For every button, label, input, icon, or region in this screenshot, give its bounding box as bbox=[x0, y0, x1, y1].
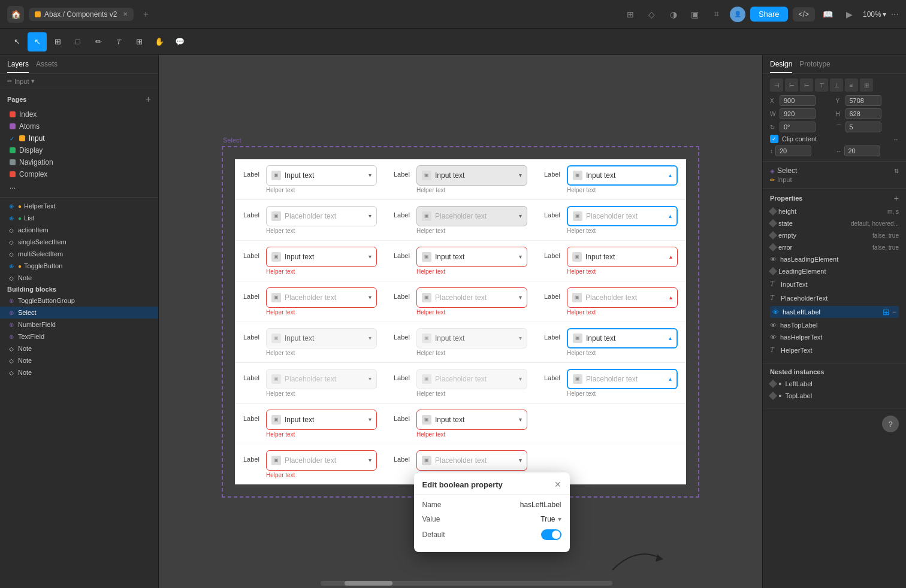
input-field-error[interactable]: ▣ Input text ▾ bbox=[266, 410, 377, 430]
present-icon[interactable]: ⊞ bbox=[622, 6, 639, 23]
input-field-error[interactable]: ▣ Placeholder text ▴ bbox=[567, 287, 678, 308]
eye-icon[interactable]: 👁 bbox=[770, 256, 777, 263]
prototype-tab[interactable]: Prototype bbox=[799, 60, 830, 73]
distribute-h-button[interactable]: ⊞ bbox=[860, 78, 873, 92]
input-field[interactable]: ▣ Input text ▾ bbox=[266, 165, 377, 186]
layer-actionitem[interactable]: ◇ actionItem bbox=[0, 224, 158, 236]
page-item-complex[interactable]: Complex bbox=[7, 168, 151, 180]
play-button[interactable]: ▶ bbox=[841, 6, 858, 23]
page-item-navigation[interactable]: Navigation bbox=[7, 156, 151, 168]
input-field-focused[interactable]: ▣ Input text ▴ bbox=[567, 165, 678, 186]
input-field-error[interactable]: ▣ Input text ▴ bbox=[567, 247, 678, 267]
layer-multiselectitem[interactable]: ◇ multiSelectItem bbox=[0, 248, 158, 260]
book-icon[interactable]: 📖 bbox=[820, 6, 836, 23]
pen-tool[interactable]: ✏ bbox=[89, 32, 108, 51]
modal-close-button[interactable]: ✕ bbox=[554, 480, 561, 489]
page-item-input[interactable]: ✓ Input bbox=[7, 132, 151, 144]
remove-property-button[interactable]: − bbox=[892, 308, 896, 316]
page-item-more[interactable]: ... bbox=[7, 180, 151, 192]
share-button[interactable]: Share bbox=[750, 7, 788, 22]
corner-input[interactable]: 5 bbox=[845, 122, 881, 132]
home-button[interactable]: 🏠 bbox=[7, 6, 24, 23]
align-top-button[interactable]: ⊤ bbox=[815, 78, 828, 92]
layer-list[interactable]: ⊕ ● List bbox=[0, 212, 158, 224]
contrast-icon[interactable]: ◑ bbox=[665, 6, 682, 23]
add-page-button[interactable]: + bbox=[146, 94, 151, 105]
align-right-button[interactable]: ⊢ bbox=[800, 78, 813, 92]
align-center-h-button[interactable]: ⊢ bbox=[785, 78, 798, 92]
h-input[interactable]: 628 bbox=[845, 108, 881, 119]
frame-tool[interactable]: ⊞ bbox=[48, 32, 67, 51]
input-field[interactable]: ▣ Input text ▾ bbox=[416, 165, 527, 186]
page-item-display[interactable]: Display bbox=[7, 144, 151, 156]
layer-togglebutton[interactable]: ⊕ ● ToggleButton bbox=[0, 260, 158, 272]
layer-togglebuttongroup[interactable]: ⊕ ToggleButtonGroup bbox=[0, 295, 158, 307]
design-tab[interactable]: Design bbox=[770, 60, 792, 73]
layer-numberfield[interactable]: ⊕ NumberField bbox=[0, 319, 158, 331]
input-field-focused[interactable]: ▣ Input text ▴ bbox=[567, 328, 678, 348]
page-item-index[interactable]: Index bbox=[7, 108, 151, 120]
move-tool[interactable]: ↖ bbox=[7, 32, 26, 51]
input-row: Label ▣ Input text ▴ Helper text bbox=[536, 159, 686, 199]
active-tab[interactable]: Abax / Components v2 ✕ bbox=[29, 8, 134, 21]
layer-helpertext[interactable]: ⊕ ● HelperText bbox=[0, 200, 158, 212]
input-field-focused[interactable]: ▣ Placeholder text ▴ bbox=[567, 369, 678, 389]
tab-close-button[interactable]: ✕ bbox=[123, 11, 128, 17]
input-field[interactable]: ▣ Placeholder text ▾ bbox=[416, 206, 527, 226]
layer-note2[interactable]: ◇ Note bbox=[0, 343, 158, 354]
input-field-error[interactable]: ▣ Input text ▾ bbox=[416, 410, 527, 430]
layers-tab[interactable]: Layers bbox=[7, 60, 29, 73]
input-field[interactable]: ▣ Placeholder text ▾ bbox=[266, 206, 377, 226]
x-input[interactable]: 900 bbox=[780, 95, 816, 106]
layer-singleselectitem[interactable]: ◇ singleSelectItem bbox=[0, 236, 158, 248]
canvas[interactable]: Select Label ▣ Input text bbox=[159, 55, 762, 588]
padding-v-input[interactable]: 20 bbox=[844, 146, 880, 156]
input-field-error[interactable]: ▣ Input text ▾ bbox=[416, 247, 527, 267]
canvas-scrollbar[interactable] bbox=[321, 581, 612, 586]
device-icon[interactable]: ⌗ bbox=[708, 6, 725, 23]
shape-tool[interactable]: □ bbox=[68, 32, 87, 51]
padding-h-input[interactable]: 20 bbox=[775, 146, 811, 156]
align-center-v-button[interactable]: ⊥ bbox=[830, 78, 843, 92]
input-field-error[interactable]: ▣ Placeholder text ▾ bbox=[416, 450, 527, 471]
input-field-error[interactable]: ▣ Input text ▾ bbox=[266, 247, 377, 267]
page-item-atoms[interactable]: Atoms bbox=[7, 120, 151, 132]
diamond-icon[interactable]: ◇ bbox=[644, 6, 660, 23]
more-button[interactable]: ··· bbox=[891, 9, 899, 20]
layer-textfield[interactable]: ⊕ TextField bbox=[0, 331, 158, 343]
hand-tool[interactable]: ✋ bbox=[150, 32, 169, 51]
align-bottom-button[interactable]: ≡ bbox=[845, 78, 858, 92]
text-tool[interactable]: T bbox=[109, 32, 128, 51]
help-button[interactable]: ? bbox=[882, 416, 899, 432]
layer-note4[interactable]: ◇ Note bbox=[0, 366, 158, 378]
code-button[interactable]: </> bbox=[793, 7, 815, 22]
eye-icon[interactable]: 👁 bbox=[770, 322, 777, 329]
rotation-input[interactable]: 0° bbox=[780, 122, 816, 132]
layer-select[interactable]: ⊕ Select bbox=[0, 307, 158, 319]
prop-hasleftlabel[interactable]: 👁 hasLeftLabel ⊞ − bbox=[770, 306, 899, 318]
align-left-button[interactable]: ⊣ bbox=[770, 78, 783, 92]
canvas-scrollbar-thumb[interactable] bbox=[345, 581, 392, 586]
color-icon[interactable]: ▣ bbox=[687, 6, 703, 23]
default-toggle[interactable] bbox=[541, 529, 561, 540]
layer-note[interactable]: ◇ Note bbox=[0, 272, 158, 284]
input-field-focused[interactable]: ▣ Placeholder text ▴ bbox=[567, 206, 678, 226]
components-tool[interactable]: ⊞ bbox=[129, 32, 149, 51]
eye-icon[interactable]: 👁 bbox=[770, 334, 777, 341]
layer-note3[interactable]: ◇ Note bbox=[0, 354, 158, 366]
input-field-error[interactable]: ▣ Placeholder text ▾ bbox=[266, 287, 377, 308]
eye-icon-selected[interactable]: 👁 bbox=[772, 308, 779, 316]
y-input[interactable]: 5708 bbox=[845, 95, 881, 106]
zoom-indicator[interactable]: 100% ▾ bbox=[863, 10, 886, 19]
clip-content-checkbox[interactable]: ✓ bbox=[770, 135, 778, 143]
w-input[interactable]: 920 bbox=[780, 108, 816, 119]
nested-toplabel: ● TopLabel bbox=[770, 391, 899, 401]
nested-instances-section: Nested instances ● LeftLabel ● TopLabel bbox=[763, 363, 906, 408]
add-property-button[interactable]: + bbox=[894, 193, 899, 203]
select-tool[interactable]: ↖ bbox=[28, 32, 47, 51]
input-field-error[interactable]: ▣ Placeholder text ▾ bbox=[266, 450, 377, 471]
new-tab-button[interactable]: + bbox=[138, 7, 153, 22]
input-field-error[interactable]: ▣ Placeholder text ▾ bbox=[416, 287, 527, 308]
assets-tab[interactable]: Assets bbox=[36, 60, 58, 73]
comment-tool[interactable]: 💬 bbox=[170, 32, 189, 51]
